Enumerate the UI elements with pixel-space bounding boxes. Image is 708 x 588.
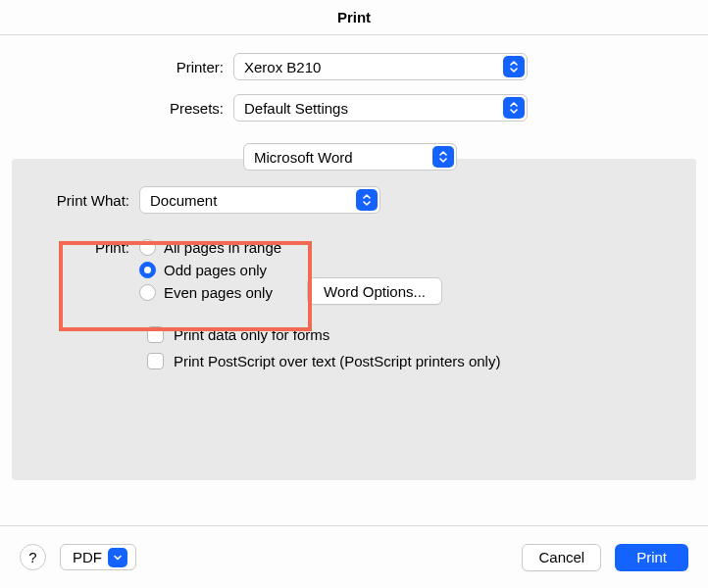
print-what-value: Document [150, 192, 217, 209]
options-panel: Microsoft Word Print What: Document Prin… [12, 159, 696, 480]
word-options-button[interactable]: Word Options... [307, 277, 442, 305]
radio-label: Odd pages only [164, 262, 267, 278]
printer-value: Xerox B210 [244, 59, 321, 75]
dialog-title: Print [0, 0, 708, 35]
cancel-button[interactable]: Cancel [522, 544, 601, 571]
checkbox-forms[interactable] [147, 326, 164, 343]
checkbox-postscript-label: Print PostScript over text (PostScript p… [174, 353, 500, 369]
radio-odd-pages[interactable]: Odd pages only [139, 262, 281, 278]
pdf-menu-button[interactable]: PDF [60, 544, 136, 570]
printer-select[interactable]: Xerox B210 [233, 53, 528, 80]
radio-icon [139, 262, 156, 278]
radio-icon [139, 239, 156, 256]
chevron-down-icon [108, 548, 127, 567]
footer: ? PDF Cancel Print [0, 525, 708, 588]
top-area: Printer: Xerox B210 Presets: Default Set… [0, 35, 708, 137]
radio-label: Even pages only [164, 284, 273, 301]
help-button[interactable]: ? [20, 544, 46, 570]
chevrons-icon [503, 97, 525, 119]
chevrons-icon [432, 146, 454, 168]
checkbox-forms-label: Print data only for forms [174, 326, 329, 343]
app-select-value: Microsoft Word [254, 149, 353, 166]
presets-label: Presets: [0, 100, 233, 117]
radio-even-pages[interactable]: Even pages only [139, 284, 281, 301]
print-label: Print: [33, 235, 139, 256]
radio-icon [139, 284, 156, 301]
presets-select[interactable]: Default Settings [233, 94, 528, 122]
print-radio-group: All pages in range Odd pages only Even p… [139, 235, 281, 305]
checkbox-postscript[interactable] [147, 353, 164, 369]
print-what-label: Print What: [33, 192, 139, 209]
chevrons-icon [503, 56, 525, 77]
radio-all-pages[interactable]: All pages in range [139, 239, 281, 256]
pdf-label: PDF [73, 549, 102, 565]
chevrons-icon [356, 189, 378, 211]
printer-label: Printer: [0, 59, 233, 75]
print-button[interactable]: Print [615, 544, 688, 571]
app-select[interactable]: Microsoft Word [243, 143, 457, 171]
radio-label: All pages in range [164, 239, 281, 256]
presets-value: Default Settings [244, 100, 348, 117]
print-what-select[interactable]: Document [139, 186, 380, 214]
